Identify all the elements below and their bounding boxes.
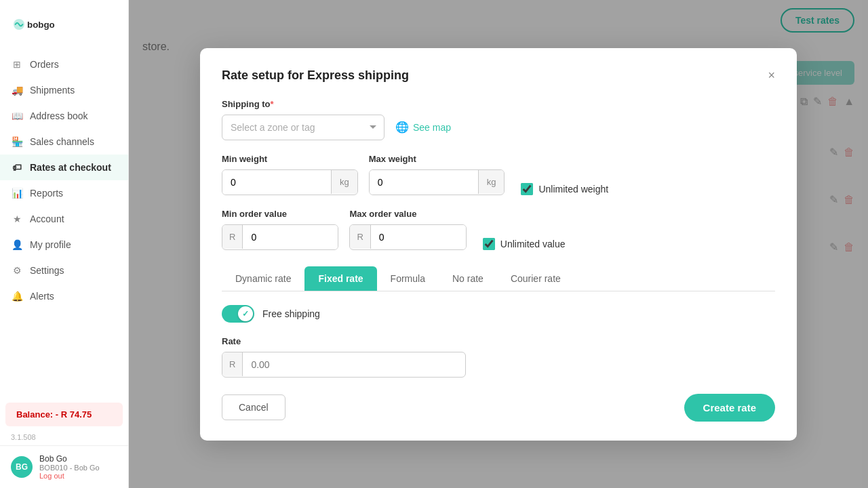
- max-order-input[interactable]: [371, 225, 466, 249]
- rate-input[interactable]: [243, 352, 460, 377]
- max-order-label: Max order value: [349, 209, 466, 219]
- max-weight-input-wrap: kg: [369, 169, 505, 195]
- rate-label: Rate: [222, 336, 775, 346]
- tab-courier-rate[interactable]: Courier rate: [497, 266, 574, 291]
- shipping-to-row: Select a zone or tag 🌐 See map: [222, 115, 775, 140]
- sidebar-item-settings[interactable]: ⚙ Settings: [0, 258, 128, 283]
- tab-fixed-rate[interactable]: Fixed rate: [304, 266, 376, 291]
- toggle-knob: ✓: [238, 306, 253, 321]
- user-info: Bob Go BOB010 - Bob Go Log out: [39, 454, 100, 480]
- min-order-group: Min order value R: [222, 209, 338, 250]
- min-order-label: Min order value: [222, 209, 338, 219]
- min-order-input[interactable]: [243, 225, 338, 249]
- unlimited-weight-checkbox[interactable]: [521, 183, 533, 195]
- store-icon: 🏪: [11, 136, 23, 148]
- sidebar: bobgo ⊞ Orders 🚚 Shipments 📖 Address boo…: [0, 0, 129, 488]
- unlimited-value-checkbox[interactable]: [483, 238, 495, 250]
- max-weight-input[interactable]: [370, 170, 478, 195]
- max-weight-unit-label: kg: [478, 170, 505, 194]
- currency-prefix-max: R: [350, 225, 370, 249]
- min-weight-input-wrap: kg: [222, 169, 358, 195]
- max-weight-label: Max weight: [369, 154, 505, 164]
- svg-text:bobgo: bobgo: [27, 20, 55, 30]
- sidebar-item-rates-at-checkout[interactable]: 🏷 Rates at checkout: [0, 155, 128, 180]
- shipping-to-label: Shipping to*: [222, 99, 775, 109]
- unlimited-weight-label: Unlimited weight: [521, 183, 608, 195]
- weight-row: Min weight kg Max weight kg Unlimited w: [222, 154, 775, 195]
- modal-overlay: Rate setup for Express shipping × Shippi…: [129, 0, 868, 488]
- modal-header: Rate setup for Express shipping ×: [222, 68, 775, 83]
- create-rate-button[interactable]: Create rate: [684, 394, 775, 422]
- gear-icon: ⚙: [11, 264, 23, 277]
- zone-or-tag-select[interactable]: Select a zone or tag: [222, 115, 384, 140]
- tag-icon: 🏷: [11, 161, 23, 174]
- free-shipping-toggle[interactable]: ✓: [222, 305, 254, 323]
- user-icon: 👤: [11, 239, 23, 251]
- sidebar-nav: ⊞ Orders 🚚 Shipments 📖 Address book 🏪 Sa…: [0, 46, 128, 400]
- sidebar-item-rates-at-checkout-label: Rates at checkout: [30, 162, 111, 173]
- rate-currency-prefix: R: [222, 352, 243, 376]
- version-label: 3.1.508: [0, 429, 128, 445]
- sidebar-item-sales-channels[interactable]: 🏪 Sales channels: [0, 129, 128, 155]
- rate-tabs: Dynamic rate Fixed rate Formula No rate …: [222, 266, 775, 291]
- main-content: Test rates store. Create service level +…: [129, 0, 868, 488]
- tab-dynamic-rate[interactable]: Dynamic rate: [222, 266, 304, 291]
- avatar: BG: [11, 456, 33, 478]
- order-value-row: Min order value R Max order value R Unl: [222, 209, 775, 250]
- shipping-to-section: Shipping to* Select a zone or tag 🌐 See …: [222, 99, 775, 140]
- sidebar-item-address-book-label: Address book: [30, 110, 88, 121]
- max-order-input-wrap: R: [349, 224, 466, 250]
- sidebar-item-address-book[interactable]: 📖 Address book: [0, 103, 128, 129]
- sidebar-item-my-profile[interactable]: 👤 My profile: [0, 232, 128, 258]
- sidebar-item-settings-label: Settings: [30, 265, 64, 276]
- user-section: BG Bob Go BOB010 - Bob Go Log out: [0, 445, 128, 488]
- unlimited-value-label: Unlimited value: [483, 238, 566, 250]
- modal-footer: Cancel Create rate: [222, 394, 775, 422]
- rate-input-wrap: R: [222, 352, 466, 378]
- sidebar-item-sales-channels-label: Sales channels: [30, 136, 94, 147]
- min-weight-input[interactable]: [222, 170, 331, 195]
- sidebar-item-shipments[interactable]: 🚚 Shipments: [0, 77, 128, 103]
- sidebar-item-my-profile-label: My profile: [30, 239, 71, 250]
- sidebar-item-reports[interactable]: 📊 Reports: [0, 180, 128, 206]
- tab-formula[interactable]: Formula: [377, 266, 439, 291]
- currency-prefix-min: R: [222, 225, 243, 249]
- weight-unit-label: kg: [331, 170, 357, 194]
- logout-link[interactable]: Log out: [39, 472, 100, 480]
- grid-icon: ⊞: [11, 58, 23, 70]
- sidebar-item-account[interactable]: ★ Account: [0, 206, 128, 232]
- bell-icon: 🔔: [11, 290, 23, 302]
- star-icon: ★: [11, 213, 23, 225]
- globe-icon: 🌐: [395, 121, 409, 134]
- truck-icon: 🚚: [11, 84, 23, 96]
- sidebar-item-reports-label: Reports: [30, 188, 63, 199]
- max-order-group: Max order value R: [349, 209, 466, 250]
- sidebar-item-alerts-label: Alerts: [30, 291, 54, 302]
- min-order-input-wrap: R: [222, 224, 338, 250]
- sidebar-item-alerts[interactable]: 🔔 Alerts: [0, 283, 128, 309]
- min-weight-label: Min weight: [222, 154, 358, 164]
- user-code: BOB010 - Bob Go: [39, 464, 100, 472]
- checkmark-icon: ✓: [242, 309, 249, 319]
- modal-title: Rate setup for Express shipping: [222, 68, 409, 83]
- sidebar-item-account-label: Account: [30, 214, 64, 224]
- see-map-link[interactable]: 🌐 See map: [395, 121, 451, 134]
- rate-section: Rate R: [222, 336, 775, 378]
- max-weight-group: Max weight kg: [369, 154, 505, 195]
- chart-icon: 📊: [11, 187, 23, 199]
- free-shipping-row: ✓ Free shipping: [222, 305, 775, 323]
- book-icon: 📖: [11, 110, 23, 122]
- cancel-button[interactable]: Cancel: [222, 394, 285, 420]
- sidebar-item-orders[interactable]: ⊞ Orders: [0, 52, 128, 77]
- tab-no-rate[interactable]: No rate: [439, 266, 497, 291]
- user-name: Bob Go: [39, 454, 100, 464]
- sidebar-item-orders-label: Orders: [30, 59, 59, 70]
- modal-close-button[interactable]: ×: [768, 69, 775, 81]
- min-weight-group: Min weight kg: [222, 154, 358, 195]
- balance-display[interactable]: Balance: - R 74.75: [5, 403, 123, 426]
- logo: bobgo: [0, 0, 128, 46]
- rate-setup-modal: Rate setup for Express shipping × Shippi…: [200, 48, 797, 441]
- free-shipping-label: Free shipping: [262, 308, 320, 319]
- sidebar-item-shipments-label: Shipments: [30, 85, 75, 96]
